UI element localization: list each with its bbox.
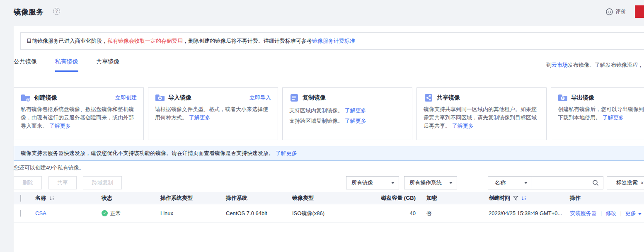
search-icon[interactable] <box>592 179 599 186</box>
copy-document-icon <box>289 94 299 102</box>
chevron-down-icon <box>449 182 453 184</box>
fast-provision-info-bar: 镜像支持云服务器快速发放，建议您优化不支持该功能的镜像。请在详情页面查看镜像是否… <box>14 146 644 161</box>
brand-logo <box>635 5 644 18</box>
learn-more-link[interactable]: 了解更多 <box>603 114 624 121</box>
marketplace-pre: 到 <box>546 62 552 68</box>
import-now-link[interactable]: 立即导入 <box>249 94 271 102</box>
action-separator: | <box>600 210 602 216</box>
card-title: 创建镜像 <box>34 94 57 102</box>
image-type-cell: ISO镜像(x86) <box>292 210 354 217</box>
select-all-checkbox[interactable] <box>20 195 21 202</box>
tab-shared-images[interactable]: 共享镜像 <box>96 58 119 70</box>
search-field-value: 名称 <box>495 179 506 187</box>
tabs-row: 公共镜像 私有镜像 共享镜像 到云市场发布镜像。了解发布镜像流程， <box>14 58 644 72</box>
page-title: 镜像服务 <box>14 7 44 17</box>
card-export-image: 导出镜像 创建私有镜像后，您可以导出镜像到OBS桶，并下载到本地使用。 了解更多 <box>551 87 644 140</box>
notice-warning-text: 私有镜像会收取一定的存储费用 <box>107 37 183 45</box>
learn-more-link[interactable]: 了解更多 <box>276 150 297 157</box>
install-server-link[interactable]: 安装服务器 <box>570 210 597 217</box>
tab-private-images[interactable]: 私有镜像 <box>55 58 78 72</box>
billing-standard-link[interactable]: 镜像服务计费标准 <box>312 37 355 45</box>
search-control: 名称 <box>488 176 603 189</box>
card-line: 支持跨区域复制镜像。 <box>289 118 343 124</box>
image-name-link[interactable]: CSA <box>35 210 46 216</box>
create-now-link[interactable]: 立即创建 <box>115 94 137 102</box>
card-desc: 请根据镜像文件类型、格式，或者大小来选择使用何种方式。 <box>155 106 268 121</box>
share-button[interactable]: 共享 <box>48 176 77 189</box>
status-text: 正常 <box>110 210 121 217</box>
top-header: 镜像服务 ? 评价 <box>0 0 644 23</box>
toolbar: 删除 共享 跨域复制 所有镜像 所有操作系统 名称 标签搜索 » <box>14 176 644 189</box>
card-title: 导入镜像 <box>168 94 191 102</box>
card-desc: 私有镜像包括系统盘镜像、数据盘镜像和整机镜像，由现有运行的云服务器创建而来，或由… <box>21 106 134 129</box>
modify-link[interactable]: 修改 <box>605 210 616 217</box>
billing-notice: 目前镜像服务已进入商业化阶段，私有镜像会收取一定的存储费用，删除创建的镜像后将不… <box>20 32 644 50</box>
marketplace-link-row: 到云市场发布镜像。了解发布镜像流程， <box>546 61 643 69</box>
cross-region-copy-button[interactable]: 跨域复制 <box>83 176 122 189</box>
disk-capacity-cell: 40 <box>354 210 416 216</box>
card-import-image: 导入镜像 立即导入 请根据镜像文件类型、格式，或者大小来选择使用何种方式。 了解… <box>148 87 278 140</box>
col-name: 名称 <box>35 194 46 202</box>
learn-more-link[interactable]: 了解更多 <box>189 114 211 121</box>
col-encrypted: 加密 <box>416 194 479 202</box>
more-actions-dropdown[interactable]: 更多 <box>625 210 642 217</box>
card-copy-image: 复制镜像 支持区域内复制镜像。 了解更多 支持跨区域复制镜像。 了解更多 <box>282 87 412 140</box>
card-title: 复制镜像 <box>303 94 326 102</box>
learn-more-link[interactable]: 了解更多 <box>345 107 366 114</box>
smiley-icon <box>606 8 613 15</box>
tag-search-button[interactable]: 标签搜索 » <box>607 176 644 189</box>
tab-public-images[interactable]: 公共镜像 <box>14 58 37 70</box>
folder-export-icon <box>558 94 568 102</box>
delete-button[interactable]: 删除 <box>14 176 42 189</box>
search-field-select[interactable]: 名称 <box>488 177 532 189</box>
card-title: 导出镜像 <box>571 94 594 102</box>
feedback-label: 评价 <box>615 8 626 15</box>
folder-import-icon <box>155 94 165 102</box>
learn-more-link[interactable]: 了解更多 <box>452 123 474 129</box>
quota-text: 您还可以创建49个私有镜像。 <box>14 164 84 172</box>
os-filter-value: 所有操作系统 <box>409 179 442 187</box>
more-label: 更多 <box>625 210 636 216</box>
col-operation: 操作 <box>566 194 644 202</box>
learn-more-link[interactable]: 了解更多 <box>49 123 71 129</box>
image-type-filter-value: 所有镜像 <box>351 179 373 187</box>
col-status: 状态 <box>102 194 160 202</box>
info-bar-text: 镜像支持云服务器快速发放，建议您优化不支持该功能的镜像。请在详情页面查看镜像是否… <box>21 150 274 157</box>
search-input[interactable] <box>532 177 588 189</box>
tag-search-label: 标签搜索 <box>616 179 638 187</box>
image-type-filter[interactable]: 所有镜像 <box>346 176 399 189</box>
help-icon[interactable]: ? <box>53 8 60 15</box>
card-create-image: 创建镜像 立即创建 私有镜像包括系统盘镜像、数据盘镜像和整机镜像，由现有运行的云… <box>14 87 144 140</box>
card-desc: 创建私有镜像后，您可以导出镜像到OBS桶，并下载到本地使用。 <box>558 106 644 121</box>
feedback-button[interactable]: 评价 <box>606 8 626 15</box>
image-table: 名称 状态 操作系统类型 操作系统 镜像类型 磁盘容量 (GB) 加密 创建时间 <box>14 192 644 223</box>
filter-funnel-icon[interactable] <box>513 196 518 201</box>
sort-icon[interactable] <box>49 196 55 201</box>
col-disk-capacity: 磁盘容量 (GB) <box>354 194 416 202</box>
notice-text-2: ，删除创建的镜像后将不再计费。详细计费标准可参考 <box>183 37 312 45</box>
marketplace-link[interactable]: 云市场 <box>552 62 568 68</box>
row-checkbox[interactable] <box>20 210 21 217</box>
table-row: CSA ✓ 正常 Linux CentOS 7.0 64bit ISO镜像(x8… <box>14 204 644 223</box>
notice-text: 目前镜像服务已进入商业化阶段， <box>27 37 107 45</box>
col-os: 操作系统 <box>226 194 292 202</box>
created-time-cell: 2023/04/25 15:38:49 GMT+0... <box>479 210 566 216</box>
share-icon <box>424 94 433 102</box>
os-cell: CentOS 7.0 64bit <box>226 210 292 216</box>
double-chevron-down-icon: » <box>639 182 644 184</box>
status-ok-icon: ✓ <box>102 210 108 216</box>
os-filter[interactable]: 所有操作系统 <box>404 176 457 189</box>
chevron-down-icon <box>391 182 395 184</box>
col-image-type: 镜像类型 <box>292 194 354 202</box>
learn-more-link[interactable]: 了解更多 <box>345 118 366 124</box>
os-type-cell: Linux <box>160 210 226 216</box>
table-header: 名称 状态 操作系统类型 操作系统 镜像类型 磁盘容量 (GB) 加密 创建时间 <box>14 192 644 204</box>
feature-cards: 创建镜像 立即创建 私有镜像包括系统盘镜像、数据盘镜像和整机镜像，由现有运行的云… <box>14 87 644 140</box>
chevron-down-icon <box>638 213 642 215</box>
action-separator: | <box>620 210 621 216</box>
encrypted-cell: 否 <box>416 210 479 217</box>
sort-icon[interactable] <box>521 196 527 201</box>
card-line: 支持区域内复制镜像。 <box>289 107 343 114</box>
card-desc: 镜像支持共享到同一区域内的其他租户。如果您需要共享到不同区域，请先复制镜像到目标… <box>424 106 537 129</box>
folder-plus-icon <box>21 94 31 102</box>
